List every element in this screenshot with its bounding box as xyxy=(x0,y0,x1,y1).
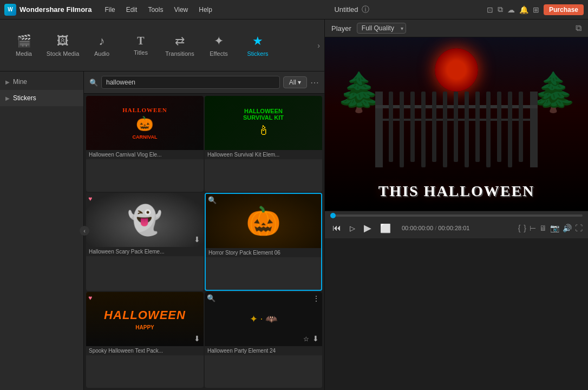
topbar-right: ⊡ ⧉ ☁ 🔔 ⊞ Purchase xyxy=(487,4,584,15)
cloud-icon[interactable]: ☁ xyxy=(507,5,515,14)
tool-effects[interactable]: ✦ Effects xyxy=(199,30,238,61)
halloween-text-figure: HALLOWEEN xyxy=(104,308,186,322)
sidebar-collapse-button[interactable]: ‹ xyxy=(80,226,89,236)
player-image-icon[interactable]: ⧉ xyxy=(576,23,582,33)
play-button[interactable]: ▶ xyxy=(362,221,374,235)
carnival-sub-text: CARNIVAL xyxy=(133,134,158,140)
tool-titles[interactable]: T Titles xyxy=(121,30,160,60)
menu-tools[interactable]: Tools xyxy=(143,5,167,15)
grid-icon[interactable]: ⊞ xyxy=(533,5,539,14)
svg-rect-12 xyxy=(475,92,480,162)
search-icon: 🔍 xyxy=(89,79,98,87)
sticker-more-icon[interactable]: ⋮ xyxy=(312,294,320,303)
logo-icon: W xyxy=(4,4,16,16)
title-text: Untitled xyxy=(334,5,358,14)
party-elements: ✦·🦇 xyxy=(250,313,277,325)
svg-rect-15 xyxy=(508,92,512,167)
sticker-horror-preview: 🔍 🎃 xyxy=(206,194,321,248)
svg-rect-11 xyxy=(465,92,469,167)
search-input[interactable] xyxy=(101,76,280,89)
sticker-party-element[interactable]: 🔍 ⋮ ✦·🦇 ☆ ⬇ Halloween Party Element 24 xyxy=(205,292,322,388)
sticker-carnival-preview: HALLOWEEN 🎃 CARNIVAL xyxy=(86,96,204,150)
more-options-icon[interactable]: ⋯ xyxy=(310,77,319,88)
sticker-party-label: Halloween Party Element 24 xyxy=(205,346,322,355)
sticker-horror-label: Horror Story Pack Element 06 xyxy=(206,248,321,257)
sticker-spooky-text[interactable]: ♥ HALLOWEEN HAPPY ⬇ Spooky Halloween Tex… xyxy=(86,292,204,388)
sticker-download-icon[interactable]: ⬇ xyxy=(194,235,200,244)
fullscreen-icon[interactable]: ⛶ xyxy=(575,224,583,232)
media-area: 🔍 All ▾ ⋯ HALLOWEEN � xyxy=(84,72,324,390)
svg-rect-16 xyxy=(519,92,523,162)
carnival-text: HALLOWEEN xyxy=(122,107,167,113)
media-icon: 🎬 xyxy=(17,34,31,48)
svg-rect-1 xyxy=(530,92,538,167)
menu-edit[interactable]: Edit xyxy=(122,5,142,15)
carnival-icon: 🎃 xyxy=(136,115,153,132)
player-tab[interactable]: Player xyxy=(331,24,351,32)
gate-svg xyxy=(370,92,543,167)
extra-controls: { } ⊢ 🖥 📷 🔊 ⛶ xyxy=(518,224,583,232)
tool-stickers-label: Stickers xyxy=(247,50,268,57)
stop-button[interactable]: ⬜ xyxy=(378,222,393,235)
tool-audio[interactable]: ♪ Audio xyxy=(82,30,121,61)
sticker-fav-icon[interactable]: ☆ xyxy=(303,335,309,343)
toolbar-expand-icon[interactable]: › xyxy=(317,41,320,50)
tool-stock-media[interactable]: 🖼 Stock Media xyxy=(43,30,82,61)
svg-rect-14 xyxy=(497,92,501,162)
survival-icon: 🕯 xyxy=(257,123,270,138)
menu-help[interactable]: Help xyxy=(194,5,217,15)
player-header: Player Full Quality 1/2 Quality 1/4 Qual… xyxy=(325,20,588,37)
sidebar-item-stickers[interactable]: ▶ Stickers xyxy=(0,90,83,106)
info-icon[interactable]: ⓘ xyxy=(362,5,369,15)
svg-rect-5 xyxy=(400,92,404,167)
restore-icon[interactable]: ⧉ xyxy=(498,5,503,14)
menu-file[interactable]: File xyxy=(100,5,119,15)
sticker-horror-story[interactable]: 🔍 🎃 Horror Story Pack Element 06 xyxy=(205,193,322,291)
screen-icon[interactable]: 🖥 xyxy=(539,224,547,232)
tool-stickers[interactable]: ★ Stickers xyxy=(238,30,277,61)
audio-icon: ♪ xyxy=(99,34,105,48)
filter-label: All xyxy=(289,79,296,86)
sticker-scary-pack[interactable]: ♥ 👻 ⬇ Halloween Scary Pack Eleme... xyxy=(86,193,204,291)
left-panel: 🎬 Media 🖼 Stock Media ♪ Audio T Titles ⇄… xyxy=(0,20,325,390)
stickers-grid: HALLOWEEN 🎃 CARNIVAL Halloween Carnival … xyxy=(84,94,324,390)
notification-icon[interactable]: 🔔 xyxy=(519,5,528,14)
progress-dot xyxy=(330,213,336,218)
sticker-dl2-icon[interactable]: ⬇ xyxy=(194,334,200,343)
tool-media[interactable]: 🎬 Media xyxy=(4,30,43,61)
sticker-scary-preview: ♥ 👻 ⬇ xyxy=(86,193,204,247)
skip-back-button[interactable]: ⏮ xyxy=(330,222,343,234)
quality-wrapper: Full Quality 1/2 Quality 1/4 Quality xyxy=(357,23,406,34)
preview-title: THIS HALLOWEEN xyxy=(378,183,535,200)
purchase-button[interactable]: Purchase xyxy=(544,4,584,15)
volume-icon[interactable]: 🔊 xyxy=(563,224,572,232)
player-controls: ⏮ ▷ ▶ ⬜ 00:00:00:00 / 00:00:28:01 { } ⊢ … xyxy=(325,211,588,238)
menu-view[interactable]: View xyxy=(169,5,192,15)
quality-select[interactable]: Full Quality 1/2 Quality 1/4 Quality xyxy=(357,23,406,34)
right-panel: Player Full Quality 1/2 Quality 1/4 Qual… xyxy=(325,20,588,390)
sticker-carnival-vlog[interactable]: HALLOWEEN 🎃 CARNIVAL Halloween Carnival … xyxy=(86,96,204,192)
bracket-left-icon[interactable]: { xyxy=(518,224,521,232)
play-slow-button[interactable]: ▷ xyxy=(348,223,357,233)
split-icon[interactable]: ⊢ xyxy=(530,224,536,232)
svg-rect-13 xyxy=(486,92,491,167)
svg-rect-7 xyxy=(421,92,426,167)
tool-stock-label: Stock Media xyxy=(47,50,80,57)
camera-icon[interactable]: 📷 xyxy=(550,224,559,232)
progress-bar[interactable] xyxy=(330,214,583,217)
sticker-party-preview: 🔍 ⋮ ✦·🦇 ☆ ⬇ xyxy=(205,292,322,346)
sidebar-item-mine[interactable]: ▶ Mine xyxy=(0,74,83,90)
project-title: Untitled ⓘ xyxy=(334,5,369,15)
survival-text: HALLOWEENSURVIVAL KIT xyxy=(243,108,284,121)
video-preview: 🌲 🌲 xyxy=(325,37,588,211)
bracket-right-icon[interactable]: } xyxy=(524,224,526,232)
sticker-dl3-icon[interactable]: ⬇ xyxy=(312,334,319,343)
svg-rect-9 xyxy=(443,92,447,167)
tool-transitions[interactable]: ⇄ Transitions xyxy=(160,30,199,61)
time-display: 00:00:00:00 / 00:00:28:01 xyxy=(402,225,469,231)
filter-button[interactable]: All ▾ xyxy=(283,76,307,88)
svg-rect-4 xyxy=(389,92,393,162)
jack-figure: 🎃 xyxy=(246,205,281,238)
minimize-icon[interactable]: ⊡ xyxy=(487,5,493,14)
sticker-survival-kit[interactable]: HALLOWEENSURVIVAL KIT 🕯 Halloween Surviv… xyxy=(205,96,322,192)
